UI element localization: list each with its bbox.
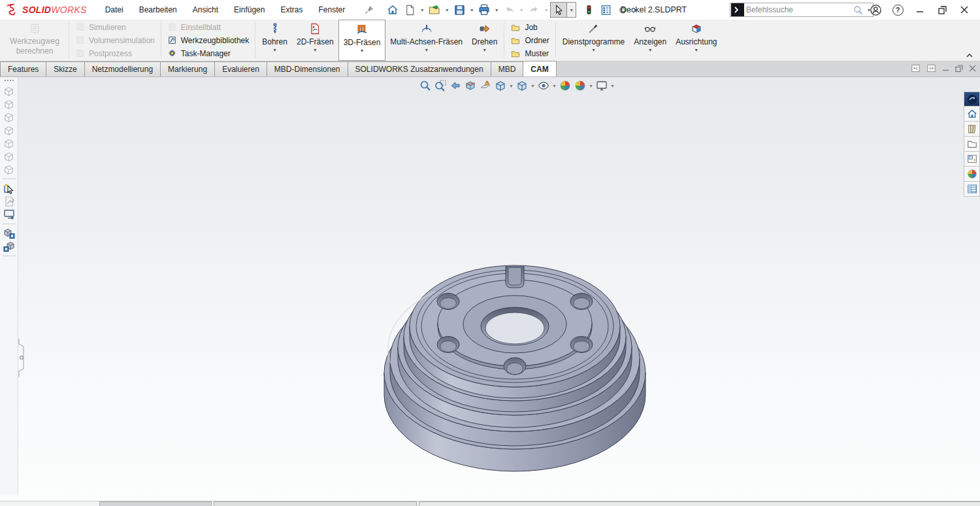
- menu-extras[interactable]: Extras: [274, 3, 309, 17]
- tab-mbd-dimensionen[interactable]: MBD-Dimensionen: [267, 61, 348, 76]
- task-manager-button[interactable]: Task-Manager: [167, 48, 250, 59]
- edit-appearance-icon[interactable]: [558, 78, 572, 93]
- home-button[interactable]: [384, 2, 401, 18]
- redo-button[interactable]: [525, 2, 542, 18]
- menu-einfuegen[interactable]: Einfügen: [227, 3, 271, 17]
- print-dropdown[interactable]: ▾: [493, 2, 500, 18]
- mill-3d-button[interactable]: 3D-Fräsen ▾: [338, 20, 386, 61]
- motionstudy-tab-partial[interactable]: [419, 501, 980, 506]
- previous-view-icon[interactable]: [448, 78, 463, 93]
- show-right-pane-icon[interactable]: [926, 63, 936, 73]
- undo-dropdown[interactable]: ▾: [517, 2, 525, 18]
- save-dropdown[interactable]: ▾: [468, 2, 476, 18]
- view-settings-icon[interactable]: [595, 78, 609, 93]
- machine-setup-button[interactable]: [1, 208, 17, 221]
- view-right-button[interactable]: [1, 124, 17, 137]
- job-button[interactable]: Job: [510, 22, 549, 33]
- folder-button[interactable]: Ordner: [510, 35, 549, 46]
- tab-netzmodellierung[interactable]: Netzmodellierung: [84, 61, 161, 76]
- file-properties-button[interactable]: [597, 2, 614, 18]
- view-front-button[interactable]: [1, 84, 17, 97]
- doc-restore-button[interactable]: [955, 65, 963, 73]
- undo-button[interactable]: [500, 2, 517, 18]
- view-orientation-icon[interactable]: [493, 78, 508, 93]
- help-icon[interactable]: ?: [889, 1, 907, 19]
- setup-sheet-button[interactable]: Einstellblatt: [167, 22, 250, 33]
- mill-2d-button[interactable]: 2D-Fräsen ▾: [292, 20, 338, 61]
- restore-button[interactable]: [933, 1, 951, 19]
- mill-3d-dropdown[interactable]: ▾: [361, 48, 363, 54]
- apply-scene-icon[interactable]: [573, 78, 587, 93]
- zoom-to-area-icon[interactable]: [433, 78, 448, 93]
- view-top-button[interactable]: [1, 137, 17, 150]
- model-tab-partial[interactable]: [99, 501, 212, 506]
- view-bottom-button[interactable]: [1, 150, 17, 163]
- apply-scene-dropdown[interactable]: ▾: [588, 83, 594, 89]
- view-settings-dropdown[interactable]: ▾: [610, 83, 615, 89]
- open-button[interactable]: [426, 2, 443, 18]
- display-style-dropdown[interactable]: ▾: [530, 83, 536, 89]
- model-deckel-2[interactable]: [370, 239, 664, 482]
- display-button[interactable]: Anzeigen ▾: [629, 20, 671, 61]
- pin-menu-icon[interactable]: [361, 2, 378, 18]
- drill-dropdown[interactable]: ▾: [274, 48, 276, 53]
- print-button[interactable]: [476, 2, 493, 18]
- hide-show-items-icon[interactable]: [536, 78, 551, 93]
- turn-dropdown[interactable]: ▾: [483, 48, 486, 53]
- mill-2d-dropdown[interactable]: ▾: [314, 48, 316, 53]
- volume-simulation-button[interactable]: Volumensimulation: [75, 35, 155, 46]
- pattern-button[interactable]: Muster: [510, 48, 549, 59]
- edit-tool-button[interactable]: [1, 195, 17, 208]
- tool-library-button[interactable]: Werkzeugbibliothek: [167, 35, 250, 46]
- custom-properties-tab[interactable]: [964, 182, 980, 197]
- rebuild-button[interactable]: [580, 2, 597, 18]
- orientation-dropdown[interactable]: ▾: [695, 48, 698, 53]
- extract-features-button[interactable]: [1, 227, 17, 240]
- viewport-3d[interactable]: ▾ ▾ ▾ ▾ ▾: [18, 77, 980, 496]
- appearances-scenes-tab[interactable]: [964, 167, 980, 182]
- extract-operations-button[interactable]: [1, 240, 17, 253]
- select-tool-button[interactable]: [550, 2, 567, 18]
- view-palette-tab[interactable]: [964, 152, 980, 167]
- tab-zusatzanwendungen[interactable]: SOLIDWORKS Zusatzanwendungen: [348, 61, 491, 76]
- tab-cam[interactable]: CAM: [523, 61, 556, 76]
- multi-axis-mill-button[interactable]: Multi-Achsen-Fräsen ▾: [385, 20, 467, 61]
- file-explorer-tab[interactable]: [964, 137, 980, 152]
- edit-feature-button[interactable]: [1, 182, 17, 195]
- tab-evaluieren[interactable]: Evaluieren: [214, 61, 267, 76]
- orientation-button[interactable]: Ausrichtung ▾: [671, 20, 721, 61]
- drill-button[interactable]: Bohren ▾: [257, 20, 292, 61]
- tab-markierung[interactable]: Markierung: [160, 61, 215, 76]
- views-tab-partial[interactable]: [214, 501, 417, 506]
- turn-button[interactable]: Drehen ▾: [467, 20, 502, 61]
- display-dropdown[interactable]: ▾: [649, 48, 651, 53]
- menu-ansicht[interactable]: Ansicht: [186, 3, 225, 17]
- doc-close-button[interactable]: [969, 65, 976, 72]
- view-isometric-button[interactable]: [1, 163, 17, 176]
- doc-minimize-button[interactable]: [942, 65, 949, 72]
- new-document-dropdown[interactable]: ▾: [418, 2, 426, 18]
- ribbon-collapse-chevron[interactable]: [964, 52, 975, 59]
- view-orientation-dropdown[interactable]: ▾: [508, 83, 514, 89]
- menu-fenster[interactable]: Fenster: [312, 3, 351, 17]
- multi-axis-mill-dropdown[interactable]: ▾: [425, 48, 428, 53]
- compute-toolpath-button[interactable]: Werkzeugweg berechnen: [3, 20, 67, 61]
- utilities-dropdown[interactable]: ▾: [592, 48, 595, 53]
- close-button[interactable]: [955, 1, 973, 19]
- new-document-button[interactable]: [401, 2, 418, 18]
- simulate-button[interactable]: Simulieren: [75, 22, 155, 33]
- open-dropdown[interactable]: ▾: [443, 2, 451, 18]
- postprocess-button[interactable]: Postprozess: [75, 48, 155, 59]
- solidworks-resources-tab[interactable]: [964, 92, 980, 107]
- tab-skizze[interactable]: Skizze: [46, 61, 84, 76]
- toolbar-grip[interactable]: [4, 79, 14, 82]
- menu-datei[interactable]: Datei: [99, 3, 130, 17]
- view-back-button[interactable]: [1, 97, 17, 110]
- hide-show-items-dropdown[interactable]: ▾: [551, 83, 557, 89]
- section-view-icon[interactable]: [463, 78, 478, 93]
- search-icon[interactable]: [851, 2, 865, 18]
- search-input[interactable]: [746, 5, 851, 14]
- utilities-button[interactable]: Dienstprogramme ▾: [558, 20, 629, 61]
- tab-mbd[interactable]: MBD: [491, 61, 524, 76]
- select-tool-dropdown[interactable]: ▾: [567, 2, 576, 18]
